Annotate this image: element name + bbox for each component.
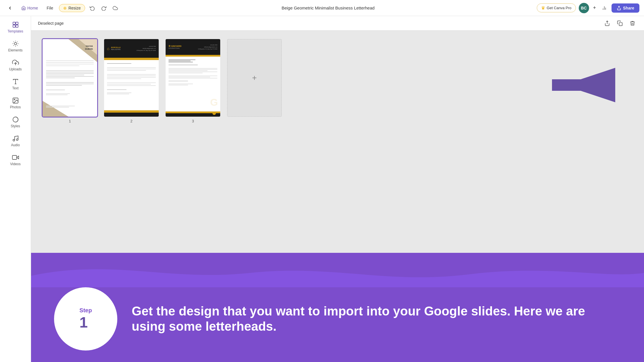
home-button[interactable]: Home	[18, 4, 41, 12]
avatar[interactable]: BC	[579, 3, 589, 13]
file-label: File	[47, 6, 53, 10]
topbar-title: Beige Geometric Minimalist Business Lett…	[123, 5, 533, 10]
elements-icon	[12, 40, 19, 47]
page2-footer	[104, 110, 159, 117]
analytics-button[interactable]	[600, 4, 609, 12]
add-collaborator-button[interactable]: +	[592, 4, 597, 12]
svg-rect-18	[12, 155, 17, 159]
step-content: Step 1 Get the design that you want to i…	[31, 276, 644, 362]
page3-footer	[166, 111, 220, 117]
elements-label: Elements	[8, 48, 22, 52]
page3-logo: ⚙ GINYARD INTERNATIONAL	[168, 45, 181, 49]
page3-watermark: G	[210, 97, 218, 108]
templates-icon	[12, 21, 19, 28]
svg-point-8	[14, 43, 17, 45]
page3-body	[166, 57, 220, 88]
step-number: 1	[79, 314, 88, 331]
styles-label: Styles	[11, 124, 20, 128]
text-label: Text	[12, 86, 18, 90]
arrow-container	[552, 68, 615, 103]
styles-icon	[12, 116, 19, 123]
crown-icon: ♛	[541, 5, 545, 11]
file-button[interactable]: File	[44, 4, 56, 12]
cloud-button[interactable]	[111, 4, 120, 12]
audio-icon	[12, 135, 19, 142]
deselect-label[interactable]: Deselect page	[38, 21, 64, 26]
share-button[interactable]: Share	[612, 3, 639, 13]
page-thumb-1[interactable]: SACHADUBOIS	[43, 39, 97, 123]
page-2-number: 2	[130, 119, 132, 123]
bottom-section: Step 1 Get the design that you want to i…	[31, 253, 644, 362]
page2-yellow-bar	[104, 58, 159, 60]
add-page-icon: +	[252, 73, 257, 82]
toolbar-icons	[603, 19, 637, 28]
page-3-thumbnail: ⚙ GINYARD INTERNATIONAL 123-456-7890 hel…	[166, 39, 220, 117]
step-circle: Step 1	[54, 287, 117, 351]
page-1-number: 1	[69, 119, 71, 123]
page1-footer-info	[46, 105, 75, 108]
audio-label: Audio	[11, 143, 20, 147]
page1-lines	[46, 59, 94, 96]
resize-button[interactable]: ⊕ Resize	[59, 4, 85, 12]
resize-icon: ⊕	[63, 6, 67, 10]
photos-icon	[12, 97, 19, 104]
svg-rect-7	[16, 25, 18, 27]
canvas-area: SACHADUBOIS	[31, 30, 644, 362]
page-thumb-2[interactable]: ⌂ BORCELLE REAL ESTATE +00 456 7890 hell…	[104, 39, 159, 123]
sidebar-item-elements[interactable]: Elements	[3, 37, 28, 55]
step-description: Get the design that you want to import i…	[132, 304, 621, 334]
get-canva-pro-button[interactable]: ♛ Get Canva Pro	[537, 3, 576, 12]
step-display: Step 1	[79, 307, 92, 331]
page-thumb-add[interactable]: +	[227, 39, 282, 117]
main-area: Deselect page	[31, 16, 644, 362]
topbar: Home File ⊕ Resize Beige Geometric Minim…	[0, 0, 644, 16]
svg-rect-6	[13, 25, 15, 27]
sidebar-item-photos[interactable]: Photos	[3, 94, 28, 112]
back-button[interactable]	[5, 4, 16, 12]
photos-label: Photos	[10, 105, 21, 109]
templates-label: Templates	[7, 29, 23, 33]
purple-arrow-icon	[552, 68, 615, 102]
page3-contact: 123-456-7890 hello@reallygreatsite.com 1…	[198, 44, 217, 50]
delete-button[interactable]	[628, 19, 637, 28]
videos-icon	[12, 154, 19, 161]
text-icon	[12, 78, 19, 85]
page2-contact: +00 456 7890 hello@reallygreatsite.com 1…	[137, 45, 156, 52]
page-3-number: 3	[192, 119, 194, 123]
svg-rect-4	[13, 22, 15, 24]
add-page-thumbnail[interactable]: +	[227, 39, 282, 117]
svg-marker-17	[17, 156, 19, 159]
uploads-label: Uploads	[9, 67, 22, 71]
page-1-thumbnail: SACHADUBOIS	[43, 39, 97, 117]
svg-point-13	[14, 99, 15, 100]
topbar-right: ♛ Get Canva Pro BC + Share	[537, 3, 639, 13]
avatar-initials: BC	[581, 6, 586, 10]
page1-name: SACHADUBOIS	[85, 45, 93, 51]
redo-button[interactable]	[99, 4, 108, 12]
svg-rect-22	[552, 79, 586, 91]
sidebar-item-text[interactable]: Text	[3, 75, 28, 93]
sidebar-item-videos[interactable]: Videos	[3, 151, 28, 169]
videos-label: Videos	[10, 162, 20, 166]
canva-pro-label: Get Canva Pro	[547, 6, 572, 10]
uploads-icon	[12, 59, 19, 66]
page1-triangle-bottom	[43, 101, 68, 117]
undo-button[interactable]	[88, 4, 97, 12]
svg-rect-5	[16, 22, 18, 24]
sidebar: Templates Elements Uploads Text Photos S…	[0, 16, 31, 362]
sidebar-item-audio[interactable]: Audio	[3, 132, 28, 150]
page-thumb-3[interactable]: ⚙ GINYARD INTERNATIONAL 123-456-7890 hel…	[166, 39, 220, 123]
svg-point-16	[16, 139, 18, 140]
topbar-left: Home File ⊕ Resize	[5, 4, 120, 12]
page3-header: ⚙ GINYARD INTERNATIONAL 123-456-7890 hel…	[166, 39, 220, 55]
document-title: Beige Geometric Minimalist Business Lett…	[281, 5, 374, 10]
svg-rect-20	[619, 22, 622, 26]
sidebar-item-templates[interactable]: Templates	[3, 18, 28, 36]
export-button[interactable]	[603, 19, 612, 28]
svg-point-15	[13, 139, 15, 141]
sidebar-item-styles[interactable]: Styles	[3, 113, 28, 131]
page2-header: ⌂ BORCELLE REAL ESTATE +00 456 7890 hell…	[104, 39, 159, 58]
deselect-bar: Deselect page	[31, 16, 644, 30]
duplicate-button[interactable]	[615, 19, 624, 28]
sidebar-item-uploads[interactable]: Uploads	[3, 56, 28, 74]
